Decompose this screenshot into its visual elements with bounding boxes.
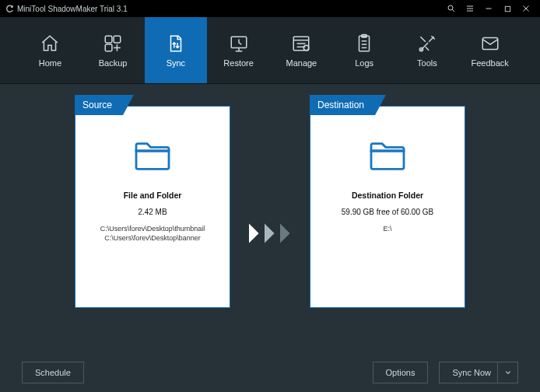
folder-icon (360, 135, 415, 180)
destination-path: E:\ (383, 224, 391, 233)
svg-line-1 (452, 9, 454, 12)
svg-rect-6 (505, 6, 510, 11)
source-size: 2.42 MB (138, 208, 167, 216)
search-icon[interactable] (442, 0, 461, 17)
minimize-button[interactable] (479, 0, 498, 17)
folder-icon (125, 135, 180, 180)
nav-backup[interactable]: Backup (82, 17, 145, 83)
svg-line-8 (524, 6, 529, 12)
nav-manage[interactable]: Manage (270, 17, 333, 83)
menu-icon[interactable] (461, 0, 479, 17)
schedule-button[interactable]: Schedule (22, 362, 84, 383)
svg-rect-11 (105, 44, 112, 51)
destination-tab-label: Destination (310, 95, 375, 115)
app-logo-icon (5, 4, 14, 13)
source-panel: Source File and Folder 2.42 MB C:\Users\… (75, 106, 230, 308)
nav-tools[interactable]: Tools (396, 17, 459, 83)
destination-card[interactable]: Destination Folder 59.90 GB free of 60.0… (310, 106, 465, 308)
nav-label: Restore (223, 58, 254, 68)
sync-now-label: Sync Now (452, 368, 491, 377)
nav-sync[interactable]: Sync (145, 17, 208, 83)
nav-label: Home (39, 58, 61, 68)
sync-now-dropdown[interactable] (497, 362, 517, 383)
titlebar: MiniTool ShadowMaker Trial 3.1 (0, 0, 540, 17)
nav-home[interactable]: Home (19, 17, 82, 83)
nav-label: Feedback (471, 58, 508, 68)
nav-restore[interactable]: Restore (207, 17, 270, 83)
nav-label: Backup (99, 58, 128, 68)
svg-rect-18 (359, 36, 370, 51)
nav-label: Logs (355, 58, 373, 68)
nav-label: Sync (167, 58, 185, 68)
nav-label: Manage (286, 58, 317, 68)
destination-free: 59.90 GB free of 60.00 GB (342, 208, 433, 216)
options-button[interactable]: Options (373, 362, 429, 383)
svg-line-7 (524, 6, 529, 12)
footer-bar: Schedule Options Sync Now (0, 353, 540, 392)
svg-point-17 (304, 45, 310, 50)
svg-rect-9 (105, 36, 112, 43)
close-button[interactable] (517, 0, 535, 17)
source-path-2: C:\Users\forev\Desktop\banner (100, 233, 205, 243)
source-paths: C:\Users\forev\Desktop\thumbnail C:\User… (100, 224, 205, 243)
chevron-down-icon (505, 369, 511, 376)
restore-icon (229, 33, 249, 54)
nav-label: Tools (417, 58, 437, 68)
logs-icon (354, 33, 374, 54)
destination-heading: Destination Folder (352, 191, 423, 200)
source-tab-label: Source (75, 95, 123, 115)
svg-point-0 (448, 5, 453, 10)
source-path-1: C:\Users\forev\Desktop\thumbnail (100, 224, 205, 233)
nav-feedback[interactable]: Feedback (458, 17, 521, 83)
destination-panel: Destination Destination Folder 59.90 GB … (310, 106, 465, 308)
main-nav: Home Backup Sync Restore Manage Logs T (0, 17, 540, 84)
app-title: MiniTool ShadowMaker Trial 3.1 (17, 5, 442, 13)
tools-icon (417, 33, 437, 54)
source-card[interactable]: File and Folder 2.42 MB C:\Users\forev\D… (75, 106, 230, 308)
source-heading: File and Folder (124, 191, 182, 200)
manage-icon (291, 33, 311, 54)
svg-rect-24 (482, 37, 498, 49)
nav-logs[interactable]: Logs (333, 17, 396, 83)
sync-workarea: Source File and Folder 2.42 MB C:\Users\… (0, 84, 540, 353)
svg-rect-10 (114, 36, 121, 43)
sync-icon (166, 33, 186, 54)
sync-now-button[interactable]: Sync Now (439, 362, 518, 383)
home-icon (40, 33, 60, 54)
direction-arrows-icon (247, 222, 293, 244)
feedback-icon (480, 33, 500, 54)
backup-icon (103, 33, 123, 54)
window-controls (442, 0, 535, 17)
maximize-button[interactable] (498, 0, 517, 17)
